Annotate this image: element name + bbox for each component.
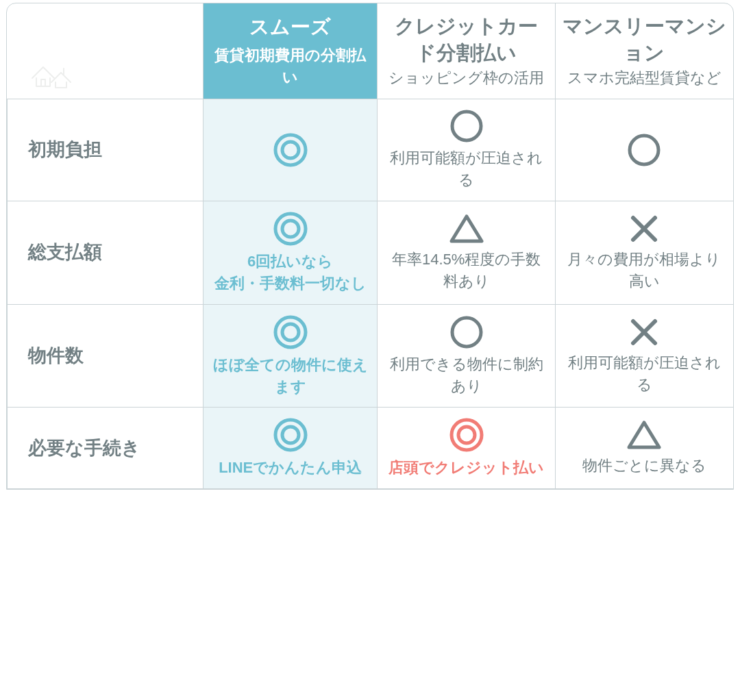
- row-label: 必要な手続き: [8, 408, 204, 489]
- row-label: 初期負担: [8, 99, 204, 201]
- cell-credit: 利用可能額が圧迫される: [378, 99, 556, 201]
- cell-note: ほぼ全ての物件に使えます: [210, 354, 370, 398]
- cross-icon: [628, 213, 660, 245]
- double-circle-icon: [449, 417, 484, 453]
- svg-marker-7: [452, 216, 482, 241]
- cell-note: 6回払いなら金利・手数料一切なし: [214, 251, 367, 295]
- comparison-table: スムーズ 賃貸初期費用の分割払い クレジットカード分割払い ショッピング枠の活用…: [6, 3, 734, 490]
- cell-note: LINEでかんたん申込: [219, 457, 362, 479]
- table-row: 初期負担 利用可能額が圧迫される: [8, 99, 734, 201]
- svg-rect-0: [41, 79, 45, 86]
- cell-credit: 利用できる物件に制約あり: [378, 304, 556, 408]
- single-circle-icon: [449, 315, 484, 349]
- single-circle-icon: [627, 133, 661, 167]
- row-label: 物件数: [8, 304, 204, 408]
- cell-note: 利用可能額が圧迫される: [384, 147, 548, 191]
- cell-smooth: [204, 99, 378, 201]
- svg-point-3: [452, 112, 481, 140]
- svg-marker-19: [629, 423, 659, 447]
- cell-note: 店頭でクレジット払い: [388, 457, 544, 479]
- cell-monthly: [555, 99, 733, 201]
- svg-point-4: [630, 136, 658, 164]
- double-circle-icon: [273, 417, 308, 453]
- svg-point-15: [275, 420, 306, 450]
- col-title: スムーズ: [210, 14, 370, 40]
- triangle-icon: [626, 419, 662, 451]
- col-header-smooth: スムーズ 賃貸初期費用の分割払い: [204, 3, 378, 99]
- double-circle-icon: [273, 314, 308, 350]
- cell-note: 年率14.5%程度の手数料あり: [384, 249, 548, 292]
- svg-point-12: [452, 318, 481, 347]
- double-circle-icon: [273, 132, 308, 168]
- svg-point-2: [282, 142, 299, 158]
- table-row: 物件数 ほぼ全ての物件に使えます 利用できる物件に制約あり: [8, 304, 734, 408]
- cross-icon: [628, 316, 660, 348]
- col-subtitle: スマホ完結型賃貸など: [563, 68, 726, 89]
- col-title: クレジットカード分割払い: [384, 13, 548, 66]
- svg-point-10: [275, 317, 306, 347]
- cell-smooth: 6回払いなら金利・手数料一切なし: [204, 201, 378, 304]
- triangle-icon: [449, 213, 484, 245]
- svg-point-5: [275, 214, 306, 244]
- col-title: マンスリーマンション: [563, 13, 726, 66]
- cell-note: 物件ごとに異なる: [582, 455, 706, 477]
- cell-smooth: LINEでかんたん申込: [204, 408, 378, 489]
- svg-point-17: [452, 420, 482, 450]
- cell-note: 利用可能額が圧迫される: [563, 352, 726, 396]
- svg-point-16: [282, 427, 299, 443]
- cell-monthly: 利用可能額が圧迫される: [555, 304, 733, 408]
- cell-smooth: ほぼ全ての物件に使えます: [204, 304, 378, 408]
- col-header-credit: クレジットカード分割払い ショッピング枠の活用: [378, 3, 556, 99]
- row-label: 総支払額: [8, 201, 204, 304]
- single-circle-icon: [449, 109, 484, 143]
- col-subtitle: ショッピング枠の活用: [384, 68, 548, 89]
- double-circle-icon: [273, 211, 308, 247]
- cell-note: 月々の費用が相場より高い: [563, 249, 726, 292]
- svg-point-18: [458, 427, 475, 443]
- svg-point-6: [282, 221, 299, 237]
- col-subtitle: 賃貸初期費用の分割払い: [210, 45, 370, 88]
- cell-note: 利用できる物件に制約あり: [384, 353, 548, 397]
- svg-point-1: [275, 135, 306, 165]
- table-row: 必要な手続き LINEでかんたん申込 店頭でクレジット払い: [8, 408, 734, 489]
- corner-cell: [8, 3, 204, 99]
- cell-monthly: 物件ごとに異なる: [555, 408, 733, 489]
- cell-credit: 年率14.5%程度の手数料あり: [378, 201, 556, 304]
- cell-monthly: 月々の費用が相場より高い: [555, 201, 733, 304]
- table-row: 総支払額 6回払いなら金利・手数料一切なし 年率14.5%程度の手数料あり: [8, 201, 734, 304]
- house-decoration-icon: [28, 52, 197, 89]
- svg-point-11: [282, 324, 299, 340]
- col-header-monthly: マンスリーマンション スマホ完結型賃貸など: [555, 3, 733, 99]
- cell-credit: 店頭でクレジット払い: [378, 408, 556, 489]
